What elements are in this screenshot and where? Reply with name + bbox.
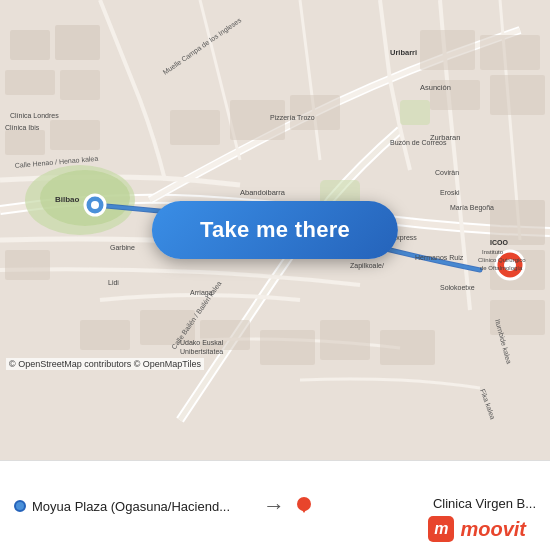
svg-rect-12 [170,110,220,145]
svg-point-2 [40,170,130,226]
svg-text:de Oftalmología: de Oftalmología [480,265,523,271]
svg-point-29 [91,201,99,209]
svg-rect-4 [400,100,430,125]
svg-rect-27 [380,330,435,365]
svg-rect-7 [5,70,55,95]
svg-rect-25 [260,330,315,365]
svg-text:ICOO: ICOO [490,239,508,246]
svg-rect-26 [320,320,370,360]
route-from: Moyua Plaza (Ogasuna/Haciend... [32,497,251,515]
svg-rect-9 [5,130,45,155]
svg-text:Clínica Ibis: Clínica Ibis [5,124,40,131]
svg-text:Solokoetxe: Solokoetxe [440,284,475,291]
svg-text:Hermanos Ruiz: Hermanos Ruiz [415,254,464,261]
svg-text:Zapilkoale/: Zapilkoale/ [350,262,384,270]
svg-rect-22 [80,320,130,350]
svg-rect-6 [55,25,100,60]
map-attribution: © OpenStreetMap contributors © OpenMapTi… [6,358,204,370]
svg-rect-15 [420,30,475,70]
svg-text:Udako Euskal: Udako Euskal [180,339,224,346]
take-me-there-button[interactable]: Take me there [152,201,398,259]
moovit-label: moovit [460,518,526,541]
svg-text:Coviràn: Coviràn [435,169,459,176]
svg-rect-14 [290,95,340,130]
svg-text:Lidi: Lidi [108,279,119,286]
svg-text:Uribarri: Uribarri [390,48,417,57]
svg-text:Pizzería Trozo: Pizzería Trozo [270,114,315,121]
bottom-bar: Moyua Plaza (Ogasuna/Haciend... → Clinic… [0,460,550,550]
svg-rect-16 [480,35,540,70]
svg-text:Instituto: Instituto [482,249,504,255]
svg-text:Arriaga: Arriaga [190,289,213,297]
map-container: Calle Henao / Henao kalea Calle Bailén /… [0,0,550,460]
origin-marker [14,500,26,512]
svg-rect-5 [10,30,50,60]
svg-text:Garbine: Garbine [110,244,135,251]
route-to: Clinica Virgen B... [317,496,536,515]
svg-text:Abandoibarra: Abandoibarra [240,188,286,197]
moovit-icon: m [428,516,454,542]
svg-text:Eroski: Eroski [440,189,460,196]
destination-marker [297,497,311,515]
svg-text:Unibertsitatea: Unibertsitatea [180,348,223,355]
svg-rect-11 [5,250,50,280]
svg-text:Bilbao: Bilbao [55,195,80,204]
route-info: Moyua Plaza (Ogasuna/Haciend... → Clinic… [14,493,536,519]
svg-rect-18 [490,75,545,115]
svg-text:Clínico Quirúrgico: Clínico Quirúrgico [478,257,526,263]
svg-rect-10 [50,120,100,150]
svg-rect-8 [60,70,100,100]
route-from-label: Moyua Plaza (Ogasuna/Haciend... [32,499,230,514]
svg-text:María Begoña: María Begoña [450,204,494,212]
route-arrow-icon: → [263,493,285,519]
moovit-branding: m moovit [428,516,526,542]
route-to-label: Clinica Virgen B... [433,496,536,511]
svg-text:Asunción: Asunción [420,83,451,92]
svg-text:Clínica Londres: Clínica Londres [10,112,59,119]
svg-text:Buzón de Correos: Buzón de Correos [390,139,447,146]
